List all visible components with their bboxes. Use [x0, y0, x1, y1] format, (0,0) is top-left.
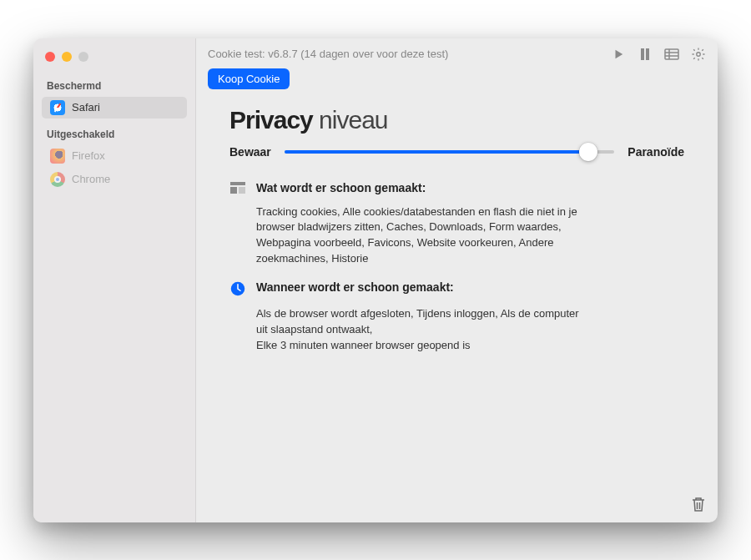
- slider-label-left: Bewaar: [229, 145, 271, 159]
- svg-rect-2: [665, 49, 678, 59]
- clock-icon: [229, 280, 246, 296]
- sidebar: Beschermd Safari Uitgeschakeld Firefox C…: [33, 38, 196, 522]
- chrome-icon: [50, 172, 65, 187]
- firefox-icon: [50, 149, 65, 164]
- svg-rect-7: [230, 182, 245, 185]
- svg-rect-9: [239, 187, 245, 194]
- heading-bold: Privacy: [229, 106, 313, 134]
- buy-button[interactable]: Koop Cookie: [208, 68, 290, 89]
- sidebar-item-safari[interactable]: Safari: [42, 97, 187, 119]
- sidebar-section-disabled-label: Uitgeschakeld: [33, 125, 195, 144]
- page-title: Privacy niveau: [229, 106, 684, 134]
- slider-fill: [285, 150, 588, 154]
- close-window-button[interactable]: [45, 52, 55, 62]
- sidebar-item-label: Chrome: [72, 173, 110, 185]
- sidebar-item-firefox[interactable]: Firefox: [42, 145, 187, 167]
- minimize-window-button[interactable]: [62, 52, 72, 62]
- trash-icon[interactable]: [691, 496, 706, 512]
- privacy-slider[interactable]: [285, 143, 614, 161]
- when-cleaned-title: Wanneer wordt er schoon gemaakt:: [256, 280, 454, 294]
- fullscreen-window-button[interactable]: [78, 52, 88, 62]
- when-cleaned-row: Wanneer wordt er schoon gemaakt:: [229, 280, 684, 296]
- toolbar: Cookie test: v6.8.7 (14 dagen over voor …: [196, 38, 718, 68]
- main-content: Cookie test: v6.8.7 (14 dagen over voor …: [196, 38, 718, 522]
- svg-rect-0: [641, 48, 644, 60]
- slider-thumb[interactable]: [579, 143, 597, 161]
- play-icon[interactable]: [611, 47, 626, 62]
- sidebar-item-label: Firefox: [72, 149, 105, 162]
- window-controls: [33, 47, 195, 77]
- svg-rect-1: [646, 48, 649, 60]
- safari-icon: [50, 100, 65, 115]
- list-icon[interactable]: [664, 47, 679, 62]
- what-cleaned-body: Tracking cookies, Alle cookies/databesta…: [229, 199, 580, 280]
- what-cleaned-title: Wat wordt er schoon gemaakt:: [256, 181, 426, 194]
- what-cleaned-row: Wat wordt er schoon gemaakt:: [229, 181, 684, 194]
- pause-icon[interactable]: [638, 47, 653, 62]
- svg-rect-8: [230, 187, 237, 194]
- privacy-slider-row: Bewaar Paranoïde: [229, 143, 684, 161]
- sidebar-item-label: Safari: [72, 101, 100, 114]
- when-cleaned-body: Als de browser wordt afgesloten, Tijdens…: [229, 301, 580, 367]
- grid-icon: [229, 181, 246, 194]
- slider-label-right: Paranoïde: [628, 145, 684, 159]
- svg-point-6: [697, 52, 701, 56]
- app-window: Beschermd Safari Uitgeschakeld Firefox C…: [33, 38, 718, 522]
- heading-light: niveau: [319, 106, 387, 134]
- window-title: Cookie test: v6.8.7 (14 dagen over voor …: [208, 48, 602, 60]
- sidebar-section-protected-label: Beschermd: [33, 77, 195, 95]
- sidebar-item-chrome[interactable]: Chrome: [42, 169, 187, 190]
- gear-icon[interactable]: [691, 47, 706, 62]
